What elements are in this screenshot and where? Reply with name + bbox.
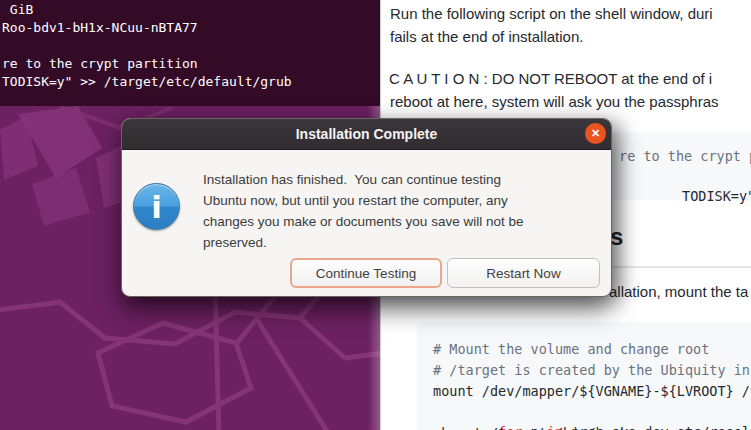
doc-caution-line: C A U T I O N : DO NOT REBOOT at the end… <box>389 70 712 87</box>
screenshot-root: GiB Roo-bdv1-bH1x-NCuu-nBTA77 re to the … <box>0 0 751 430</box>
code-line: chroot /target /bin/bash <box>433 423 628 430</box>
terminal-window[interactable]: GiB Roo-bdv1-bH1x-NCuu-nBTA77 re to the … <box>0 0 380 106</box>
code-block-chroot: # Mount the volume and change root # /ta… <box>417 322 751 430</box>
dialog-message-line: Installation has finished. You can conti… <box>203 172 501 187</box>
terminal-line: GiB <box>2 1 292 19</box>
terminal-line <box>2 37 292 55</box>
terminal-line: TODISK=y" >> /target/etc/default/grub <box>2 73 292 91</box>
section-heading-fragment: s <box>610 223 623 251</box>
code-comment: # /target is created by the Ubiquity ins… <box>433 360 751 380</box>
dialog-message-line: Ubuntu now, but until you restart the co… <box>203 193 508 208</box>
dialog-message-line: changes you make or documents you save w… <box>203 214 523 229</box>
terminal-line: re to the crypt partition <box>2 55 292 73</box>
code-comment: # Mount the volume and change root <box>433 339 709 359</box>
installation-complete-dialog: Installation Complete ✕ i Installation h… <box>121 118 612 297</box>
doc-paragraph-fragment: allation, mount the ta <box>609 283 748 300</box>
restart-now-button[interactable]: Restart Now <box>447 258 600 288</box>
doc-caution-line: reboot at here, system will ask you the … <box>390 93 719 110</box>
close-icon[interactable]: ✕ <box>585 123 606 144</box>
dialog-body: i Installation has finished. You can con… <box>122 150 611 297</box>
code-line: re to the crypt pa <box>619 146 751 166</box>
code-text: TODISK=y" <box>682 188 751 204</box>
doc-paragraph-line: fails at the end of installation. <box>390 28 583 45</box>
dialog-message-line: preserved. <box>203 235 267 250</box>
terminal-output: GiB Roo-bdv1-bH1x-NCuu-nBTA77 re to the … <box>2 1 292 91</box>
continue-testing-button[interactable]: Continue Testing <box>290 258 442 288</box>
dialog-title: Installation Complete <box>296 126 438 142</box>
code-line: TODISK=y" >> /targe <box>617 166 751 226</box>
terminal-line: Roo-bdv1-bH1x-NCuu-nBTA77 <box>2 19 292 37</box>
info-icon: i <box>133 183 180 230</box>
doc-paragraph-line: Run the following script on the shell wi… <box>390 5 713 22</box>
dialog-titlebar[interactable]: Installation Complete ✕ <box>122 119 611 150</box>
code-line: mount /dev/mapper/${VGNAME}-${LVROOT} /t… <box>433 381 751 401</box>
